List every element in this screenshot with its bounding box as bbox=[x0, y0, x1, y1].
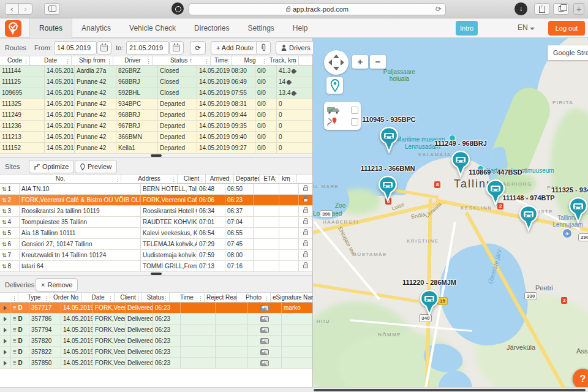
preview-button[interactable]: Preview bbox=[75, 160, 117, 173]
sites-column-header[interactable] bbox=[293, 175, 297, 183]
refresh-button[interactable]: ⟳ bbox=[190, 41, 206, 55]
cell-esignature[interactable] bbox=[248, 336, 282, 346]
zoom-in-button[interactable]: + bbox=[352, 55, 368, 69]
sites-table-row[interactable]: ⇅3 Roosikrantsi 2a tallinn 10119 Roosikr… bbox=[0, 206, 312, 217]
extension-badge-icon[interactable] bbox=[172, 2, 184, 15]
cell-lock[interactable] bbox=[299, 261, 312, 271]
sites-column-header[interactable]: Departed bbox=[234, 175, 260, 183]
pan-right-icon[interactable] bbox=[341, 59, 344, 66]
pan-up-icon[interactable] bbox=[333, 55, 339, 58]
routes-table-row[interactable]: 111325 14.05.2019 Punane 42 934BPC Depar… bbox=[0, 99, 312, 110]
deliveries-column-header[interactable]: Time bbox=[170, 293, 205, 303]
help-button[interactable]: ? bbox=[573, 369, 588, 389]
deliveries-column-header[interactable]: Status bbox=[142, 293, 170, 303]
tabs-overview-button[interactable] bbox=[553, 3, 569, 15]
deliveries-column-header[interactable]: Date bbox=[82, 293, 115, 303]
cell-esignature[interactable] bbox=[248, 358, 282, 368]
cell-lock[interactable] bbox=[299, 195, 312, 205]
logout-button[interactable]: Log out bbox=[548, 21, 585, 36]
download-icon[interactable]: ↓ bbox=[514, 2, 527, 15]
zoom-out-button[interactable]: − bbox=[370, 55, 386, 69]
cell-lock[interactable] bbox=[299, 228, 312, 238]
share-button[interactable] bbox=[534, 3, 550, 15]
routes-table-row[interactable]: 111152 14.05.2019 Punane 42 Keila1 Depar… bbox=[0, 143, 312, 154]
row-sort-icon[interactable]: ⇅ bbox=[2, 263, 7, 270]
trackpod-logo-icon[interactable] bbox=[5, 20, 21, 37]
deliveries-column-header[interactable]: Type bbox=[18, 293, 50, 303]
date-to-input[interactable]: 21.05.2019 bbox=[126, 41, 169, 55]
pan-down-icon[interactable] bbox=[333, 67, 339, 70]
browser-back-button[interactable]: ‹ bbox=[5, 3, 19, 15]
nav-tab[interactable]: Settings bbox=[238, 18, 283, 38]
routes-column-header[interactable]: Msg bbox=[232, 56, 268, 65]
nav-tab[interactable]: Routes bbox=[29, 18, 72, 38]
sites-column-header[interactable]: Client bbox=[178, 175, 206, 183]
sites-column-header[interactable]: ETA bbox=[260, 175, 279, 183]
deliveries-column-header[interactable] bbox=[0, 293, 18, 303]
routes-table-row[interactable]: 111125 14.05.2019 Punane 42 968BRJ Close… bbox=[0, 77, 312, 88]
deliveries-column-header[interactable]: Reject Rea... bbox=[205, 293, 237, 303]
language-dropdown[interactable]: EN bbox=[518, 23, 535, 32]
cell-esignature[interactable] bbox=[248, 303, 282, 313]
routes-column-header[interactable]: Track, km bbox=[268, 56, 299, 65]
attach-button[interactable] bbox=[256, 41, 271, 55]
routes-column-header[interactable]: Date bbox=[30, 56, 72, 65]
page-hscrollbar[interactable] bbox=[0, 387, 588, 392]
sites-table-row[interactable]: ⇅1 AIA TN.10 BERN HOTELL, Tallin... 06:4… bbox=[0, 184, 312, 195]
cell-expand[interactable] bbox=[0, 314, 11, 324]
cell-expand[interactable] bbox=[0, 358, 11, 368]
cell-lock[interactable] bbox=[299, 239, 312, 249]
row-sort-icon[interactable]: ⇅ bbox=[2, 186, 7, 192]
routes-column-header[interactable]: Status ↑ bbox=[153, 56, 211, 65]
new-tab-button[interactable]: + bbox=[573, 3, 584, 15]
nav-tab[interactable]: Vehicle Check bbox=[120, 18, 185, 38]
url-bar[interactable]: app.track-pod.com ⟳ bbox=[189, 3, 446, 15]
deliveries-column-header[interactable]: Order No bbox=[50, 293, 82, 303]
deliveries-table-row[interactable]: ≡ D 357820 14.05.2019 FORK,Veer... Deliv… bbox=[0, 336, 312, 347]
nav-tab[interactable]: Directories bbox=[185, 18, 238, 38]
cell-lock[interactable] bbox=[299, 250, 312, 260]
deliveries-table-row[interactable]: ≡ D 357822 14.05.2019 FORK,Veer... Deliv… bbox=[0, 347, 312, 358]
cell-lock[interactable] bbox=[299, 206, 312, 216]
cell-esignature[interactable] bbox=[248, 347, 282, 357]
cell-lock[interactable] bbox=[299, 217, 312, 227]
nav-tab[interactable]: Analytics bbox=[72, 18, 120, 38]
deliveries-table-row[interactable]: ≡ D 357794 14.05.2019 FORK,Veer... Deliv… bbox=[0, 325, 312, 336]
optimize-button[interactable]: Optimize bbox=[29, 160, 74, 173]
cell-esignature[interactable] bbox=[248, 314, 282, 324]
routes-column-header[interactable]: Time bbox=[211, 56, 232, 65]
routes-column-header[interactable]: Ship from bbox=[72, 56, 113, 65]
sites-table-row[interactable]: ⇅7 Kreutzwaldi tn 14 Tallinn 10124 Uudis… bbox=[0, 250, 312, 261]
routes-table-row[interactable]: 111249 14.05.2019 Punane 42 968BRJ Depar… bbox=[0, 110, 312, 121]
cell-lock[interactable] bbox=[299, 184, 312, 194]
nav-tab[interactable]: Help bbox=[284, 18, 317, 38]
routes-table-row[interactable]: 109695 14.05.2019 Punane 42 592BHL Close… bbox=[0, 88, 312, 99]
sites-table-row[interactable]: ⇅4 Toompuiestee 35 Tallinn RAUDTEE KOHVI… bbox=[0, 217, 312, 228]
pan-left-icon[interactable] bbox=[328, 59, 332, 66]
cell-esignature[interactable] bbox=[248, 325, 282, 335]
deliveries-column-header[interactable]: Photo bbox=[237, 293, 271, 303]
map[interactable]: ✈ TallinnPIRITAKALAMAJAKADRIORGSIKUPILLI… bbox=[313, 38, 588, 392]
map-pan-control[interactable] bbox=[324, 50, 349, 75]
sites-table-row[interactable]: ⇅5 Aia 18 Tallinn 10111 Kalevi veekeskus… bbox=[0, 228, 312, 239]
sites-table-row[interactable]: ⇅2 FORK,Veerenni Café & Bistro OÜ VÕIB O… bbox=[0, 195, 312, 206]
row-sort-icon[interactable]: ⇅ bbox=[2, 219, 7, 225]
deliveries-column-header[interactable]: eSignature bbox=[271, 293, 301, 303]
cell-expand[interactable] bbox=[0, 347, 11, 357]
sites-table-row[interactable]: ⇅6 Gonsiori 27, 10147 Tallinn TELEMAJA k… bbox=[0, 239, 312, 250]
airport-icon[interactable]: ✈ bbox=[562, 228, 572, 238]
date-to-calendar-button[interactable] bbox=[169, 41, 184, 55]
remove-button[interactable]: ×Remove bbox=[36, 278, 78, 292]
add-route-button[interactable]: + Add Route bbox=[211, 41, 259, 55]
deliveries-table-row[interactable]: ≡ D 357717 14.05.2019 FORK,Veer... Deliv… bbox=[0, 303, 312, 314]
reload-icon[interactable]: ⟳ bbox=[435, 4, 442, 15]
locate-button[interactable] bbox=[326, 77, 343, 94]
routes-column-header[interactable]: Driver bbox=[113, 56, 153, 65]
vehicles-layer-checkbox[interactable] bbox=[351, 107, 358, 114]
routes-column-header[interactable]: Code bbox=[0, 56, 30, 65]
routes-layer-checkbox[interactable] bbox=[351, 118, 358, 126]
map-type-button[interactable]: Google Street bbox=[548, 45, 588, 60]
row-sort-icon[interactable]: ⇅ bbox=[2, 208, 7, 214]
sites-column-header[interactable]: Address bbox=[121, 175, 178, 183]
routes-table-row[interactable]: 111144 14.05.2019 Aardla 27a 826BRZ Clos… bbox=[0, 66, 312, 77]
